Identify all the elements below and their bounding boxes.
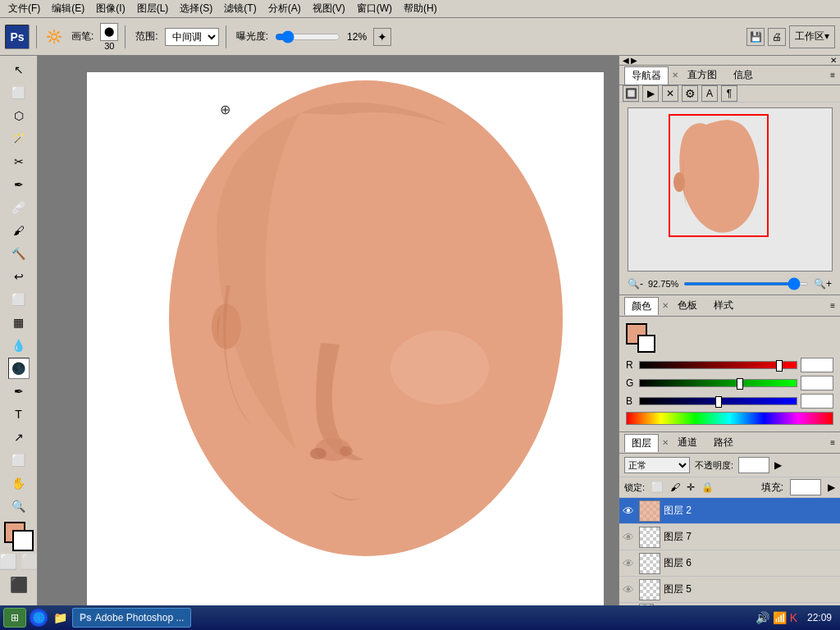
shape-tool[interactable]: ⬜ bbox=[8, 450, 30, 471]
menu-help[interactable]: 帮助(H) bbox=[399, 0, 442, 17]
eyedropper-tool[interactable]: ✒ bbox=[8, 174, 30, 195]
background-color[interactable] bbox=[12, 530, 34, 551]
panel-close-btn[interactable]: ✕ bbox=[830, 56, 837, 65]
move-tool[interactable]: ↖ bbox=[8, 59, 30, 80]
standard-mode-btn[interactable]: ⬜ bbox=[0, 553, 17, 571]
nav-tool2[interactable]: ▶ bbox=[642, 85, 659, 102]
layer-5-visibility[interactable]: 👁 bbox=[623, 583, 636, 596]
layer-7-visibility[interactable]: 👁 bbox=[623, 531, 636, 544]
airbrush-btn[interactable]: ✦ bbox=[373, 28, 391, 46]
menu-view[interactable]: 视图(V) bbox=[308, 0, 350, 17]
g-input[interactable]: 162 bbox=[801, 376, 833, 390]
menu-file[interactable]: 文件(F) bbox=[3, 0, 45, 17]
menu-edit[interactable]: 编辑(E) bbox=[47, 0, 89, 17]
eraser-tool[interactable]: ⬜ bbox=[8, 289, 30, 310]
text-tool[interactable]: T bbox=[8, 404, 30, 425]
zoom-out-btn[interactable]: 🔍- bbox=[628, 278, 643, 290]
menu-select[interactable]: 选择(S) bbox=[175, 0, 217, 17]
layer-item-5[interactable]: 👁 图层 5 bbox=[619, 577, 840, 603]
r-input[interactable]: 228 bbox=[801, 358, 833, 372]
tab-styles[interactable]: 样式 bbox=[706, 296, 741, 315]
start-button[interactable]: ⊞ bbox=[3, 608, 26, 628]
lasso-tool[interactable]: ⬡ bbox=[8, 105, 30, 126]
menu-analyze[interactable]: 分析(A) bbox=[263, 0, 306, 17]
lock-all-btn[interactable]: 🔒 bbox=[701, 482, 714, 493]
nav-tool5[interactable]: A bbox=[701, 85, 718, 102]
tab-histogram[interactable]: 直方图 bbox=[680, 66, 724, 84]
brush-preview[interactable]: ⬤ bbox=[100, 23, 118, 41]
tab-color[interactable]: 颜色 bbox=[624, 297, 659, 315]
navigator-options[interactable]: ≡ bbox=[830, 71, 835, 80]
r-thumb[interactable] bbox=[776, 360, 783, 372]
quickmask-btn[interactable]: ⬜ bbox=[21, 553, 39, 571]
bg-color-swatch[interactable] bbox=[637, 335, 655, 353]
zoom-slider[interactable] bbox=[683, 282, 809, 285]
fill-arrow[interactable]: ▶ bbox=[828, 482, 835, 493]
volume-icon[interactable]: 🔊 bbox=[756, 611, 769, 624]
quick-select-tool[interactable]: 🪄 bbox=[8, 128, 30, 149]
taskbar-folder-icon[interactable]: 📁 bbox=[51, 609, 69, 627]
tab-swatches[interactable]: 色板 bbox=[670, 296, 705, 315]
tab-navigator[interactable]: 导航器 bbox=[624, 66, 669, 84]
zoom-tool[interactable]: 🔍 bbox=[8, 495, 30, 517]
tab-layers[interactable]: 图层 bbox=[624, 434, 659, 452]
menu-window[interactable]: 窗口(W) bbox=[352, 0, 397, 17]
b-input[interactable]: 126 bbox=[801, 394, 833, 409]
b-thumb[interactable] bbox=[715, 396, 722, 408]
nav-tool4[interactable]: ⚙ bbox=[682, 85, 698, 102]
g-thumb[interactable] bbox=[737, 378, 743, 390]
tab-info[interactable]: 信息 bbox=[726, 66, 760, 84]
pen-tool[interactable]: ✒ bbox=[8, 381, 30, 402]
menu-layer[interactable]: 图层(L) bbox=[132, 0, 174, 17]
dodge-tool[interactable]: 🌑 bbox=[8, 358, 30, 379]
brush-tool[interactable]: 🖌 bbox=[8, 220, 30, 241]
menu-filter[interactable]: 滤镜(T) bbox=[219, 0, 261, 17]
workspace-btn[interactable]: 工作区▾ bbox=[789, 25, 835, 48]
spectrum-bar[interactable] bbox=[626, 412, 833, 425]
menu-image[interactable]: 图像(I) bbox=[91, 0, 130, 17]
nav-tool1[interactable]: 🔲 bbox=[623, 85, 639, 102]
panel-collapse-btn[interactable]: ◀ bbox=[623, 56, 629, 65]
nav-tool6[interactable]: ¶ bbox=[721, 85, 737, 102]
layer-item-6[interactable]: 👁 图层 6 bbox=[619, 550, 840, 577]
path-select-tool[interactable]: ↗ bbox=[8, 427, 30, 448]
taskbar-photoshop-item[interactable]: Ps Adobe Photoshop ... bbox=[72, 608, 191, 628]
fill-input[interactable]: 100% bbox=[790, 479, 821, 495]
opacity-arrow[interactable]: ▶ bbox=[774, 459, 782, 471]
save2-btn[interactable]: 🖨 bbox=[768, 28, 786, 46]
save-btn[interactable]: 💾 bbox=[746, 28, 765, 46]
blend-mode-select[interactable]: 正常 bbox=[624, 457, 690, 473]
tab-channels[interactable]: 通道 bbox=[670, 433, 705, 452]
opacity-input[interactable]: 100% bbox=[738, 457, 769, 473]
layer-item-7[interactable]: 👁 图层 7 bbox=[619, 524, 840, 550]
nav-tool3[interactable]: ✕ bbox=[662, 85, 678, 102]
range-select[interactable]: 中间调 bbox=[165, 28, 219, 46]
layer-item-2[interactable]: 👁 图层 2 bbox=[619, 498, 840, 524]
layers-options[interactable]: ≡ bbox=[830, 438, 835, 447]
layer-6-visibility[interactable]: 👁 bbox=[623, 557, 636, 570]
blur-tool[interactable]: 💧 bbox=[8, 335, 30, 356]
antivirus-icon[interactable]: K bbox=[790, 611, 797, 624]
color-options[interactable]: ≡ bbox=[830, 301, 835, 310]
canvas-area[interactable]: ⊕ bbox=[38, 56, 619, 605]
lock-position-btn[interactable]: ✛ bbox=[687, 482, 695, 493]
burn-tool-icon[interactable]: 🔆 bbox=[43, 26, 65, 48]
hand-tool[interactable]: ✋ bbox=[8, 472, 30, 494]
tab-paths[interactable]: 路径 bbox=[706, 433, 741, 452]
navigator-close[interactable]: ✕ bbox=[672, 71, 678, 80]
marquee-tool[interactable]: ⬜ bbox=[8, 82, 30, 103]
lock-pixels-btn[interactable]: 🖌 bbox=[670, 482, 680, 493]
layers-close[interactable]: ✕ bbox=[662, 438, 669, 447]
crop-tool[interactable]: ✂ bbox=[8, 151, 30, 172]
color-close[interactable]: ✕ bbox=[662, 301, 669, 310]
history-brush-tool[interactable]: ↩ bbox=[8, 266, 30, 287]
clone-stamp-tool[interactable]: 🔨 bbox=[8, 243, 30, 264]
lock-transparent-btn[interactable]: ⬜ bbox=[651, 482, 664, 493]
spot-heal-tool[interactable]: 🩹 bbox=[8, 197, 30, 218]
zoom-in-btn[interactable]: 🔍+ bbox=[814, 278, 832, 290]
panel-expand-btn[interactable]: ▶ bbox=[631, 56, 637, 65]
layer-2-visibility[interactable]: 👁 bbox=[623, 504, 636, 518]
network-icon[interactable]: 📶 bbox=[773, 611, 787, 624]
taskbar-ie-icon[interactable]: 🌐 bbox=[30, 609, 48, 627]
gradient-tool[interactable]: ▦ bbox=[8, 312, 30, 333]
